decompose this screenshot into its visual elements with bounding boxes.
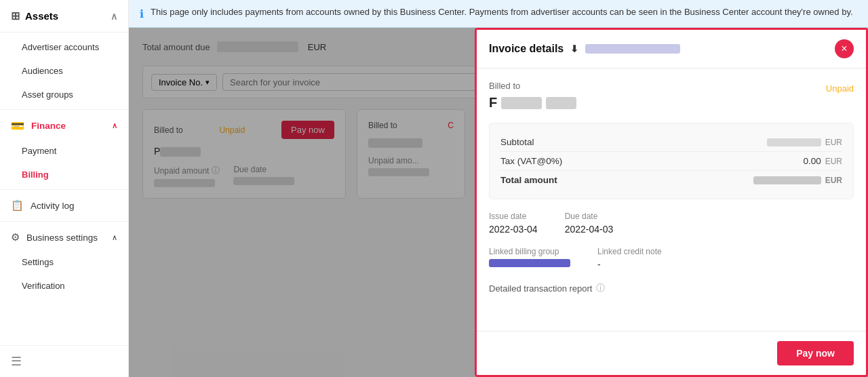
panel-title-group: Invoice details ⬇: [489, 43, 680, 55]
sidebar-item-billing[interactable]: Billing: [0, 163, 128, 186]
date-section: Issue date 2022-03-04 Due date 2022-04-0…: [489, 212, 854, 235]
collapse-sidebar-icon[interactable]: ☰: [11, 355, 22, 368]
due-date-value: 2022-04-03: [565, 224, 614, 235]
linked-billing-label: Linked billing group: [489, 247, 570, 256]
download-icon[interactable]: ⬇: [570, 43, 578, 54]
subtotal-value: EUR: [767, 138, 842, 147]
divider-2: [0, 189, 128, 190]
transaction-label: Detailed transaction report: [489, 283, 592, 294]
amounts-table: Subtotal EUR Tax (VAT@0%) 0.00 EUR: [489, 123, 854, 199]
billed-info: Billed to F: [489, 81, 576, 111]
sidebar-item-asset-groups[interactable]: Asset groups: [0, 83, 128, 106]
activity-icon: 📋: [11, 199, 24, 212]
finance-label: Finance: [31, 121, 66, 131]
due-date-field: Due date 2022-04-03: [565, 212, 614, 235]
settings-icon: ⚙: [11, 231, 20, 243]
finance-icon: 💳: [11, 119, 24, 132]
billing-label: Billing: [22, 170, 49, 180]
sidebar-item-business-settings[interactable]: ⚙ Business settings ∧: [0, 224, 128, 250]
payment-label: Payment: [22, 146, 56, 156]
billed-section: Billed to F Unpaid: [489, 81, 854, 111]
issue-date-field: Issue date 2022-03-04: [489, 212, 538, 235]
main-content: ℹ This page only includes payments from …: [129, 0, 868, 377]
transaction-info-icon: ⓘ: [596, 282, 605, 294]
info-icon: ℹ: [140, 7, 144, 20]
issue-date-label: Issue date: [489, 212, 538, 221]
advertiser-label: Advertiser accounts: [22, 42, 99, 52]
subtotal-label: Subtotal: [500, 137, 534, 147]
invoice-details-panel: Invoice details ⬇ × Billed to F Unpaid: [475, 28, 868, 377]
content-area: Total amount due EUR Invoice No. ▾ 🔍 ⊞ B…: [129, 28, 868, 377]
subtotal-redacted: [767, 138, 821, 146]
sidebar-item-payment[interactable]: Payment: [0, 139, 128, 163]
tax-amount: 0.00: [803, 156, 821, 166]
divider-3: [0, 221, 128, 222]
sidebar-item-advertiser-accounts[interactable]: Advertiser accounts: [0, 35, 128, 59]
sidebar-item-finance[interactable]: 💳 Finance ∧: [0, 113, 128, 139]
billed-name: F: [489, 95, 576, 111]
activity-label: Activity log: [31, 201, 75, 211]
sidebar-title: Assets: [25, 10, 58, 22]
linked-billing-value: [489, 259, 570, 267]
collapse-icon[interactable]: ∧: [111, 11, 117, 22]
subtotal-row: Subtotal EUR: [500, 133, 842, 151]
total-value: EUR: [753, 176, 842, 185]
tax-row: Tax (VAT@0%) 0.00 EUR: [500, 151, 842, 170]
sidebar-bottom: ☰: [0, 345, 128, 377]
audiences-label: Audiences: [22, 66, 63, 76]
panel-title-text: Invoice details: [489, 43, 564, 55]
panel-body: Billed to F Unpaid Subtotal EUR: [477, 68, 866, 331]
linked-billing-field: Linked billing group: [489, 247, 570, 270]
business-settings-label: Business settings: [26, 233, 98, 243]
total-redacted: [753, 176, 821, 184]
assets-icon: ⊞: [11, 9, 20, 22]
sidebar-header: ⊞ Assets ∧: [0, 0, 128, 33]
subtotal-currency: EUR: [825, 138, 842, 147]
panel-footer: Pay now: [477, 331, 866, 375]
linked-credit-value: -: [597, 259, 662, 270]
panel-pay-button[interactable]: Pay now: [777, 341, 854, 365]
sidebar-nav: Advertiser accounts Audiences Asset grou…: [0, 33, 128, 300]
panel-header: Invoice details ⬇ ×: [477, 30, 866, 68]
panel-title-redacted: [585, 44, 680, 54]
info-banner: ℹ This page only includes payments from …: [129, 0, 868, 28]
settings-sub-label: Settings: [22, 257, 54, 267]
unpaid-badge: Unpaid: [826, 83, 854, 94]
transaction-section: Detailed transaction report ⓘ: [489, 282, 854, 294]
finance-chevron: ∧: [112, 121, 117, 130]
due-date-label: Due date: [565, 212, 614, 221]
sidebar-item-settings[interactable]: Settings: [0, 250, 128, 274]
sidebar-item-audiences[interactable]: Audiences: [0, 59, 128, 83]
business-settings-chevron: ∧: [112, 233, 117, 242]
asset-groups-label: Asset groups: [22, 90, 73, 100]
panel-close-button[interactable]: ×: [835, 39, 854, 58]
total-row: Total amount EUR: [500, 170, 842, 189]
banner-text: This page only includes payments from ac…: [151, 7, 853, 17]
linked-credit-label: Linked credit note: [597, 247, 662, 256]
divider-1: [0, 109, 128, 110]
linked-credit-field: Linked credit note -: [597, 247, 662, 270]
sidebar-item-verification[interactable]: Verification: [0, 274, 128, 298]
tax-currency: EUR: [825, 157, 842, 166]
total-currency: EUR: [825, 176, 842, 185]
sidebar-item-activity-log[interactable]: 📋 Activity log: [0, 193, 128, 218]
total-label: Total amount: [500, 175, 557, 185]
billed-to-label: Billed to: [489, 81, 576, 91]
sidebar: ⊞ Assets ∧ Advertiser accounts Audiences…: [0, 0, 129, 377]
issue-date-value: 2022-03-04: [489, 224, 538, 235]
linked-section: Linked billing group Linked credit note …: [489, 247, 854, 270]
verification-label: Verification: [22, 281, 65, 291]
tax-value: 0.00 EUR: [803, 156, 842, 166]
tax-label: Tax (VAT@0%): [500, 156, 562, 166]
